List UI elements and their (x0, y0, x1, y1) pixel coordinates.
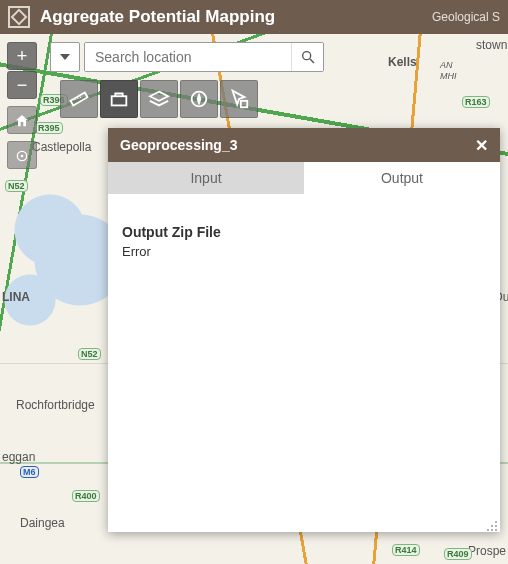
geoprocessing-tool-button[interactable] (100, 80, 138, 118)
app-subtitle: Geological S (432, 10, 500, 24)
svg-point-17 (491, 529, 493, 531)
layers-icon (148, 88, 170, 110)
svg-point-15 (495, 525, 497, 527)
home-icon (14, 113, 30, 129)
svg-point-18 (495, 529, 497, 531)
dialog-body: Output Zip File Error (108, 194, 500, 532)
svg-marker-9 (150, 92, 168, 101)
resize-grip-icon (486, 520, 498, 532)
zoom-in-button[interactable]: + (7, 42, 37, 70)
svg-line-3 (310, 59, 314, 63)
app-header: Aggregate Potential Mapping Geological S (0, 0, 508, 34)
search-box (84, 42, 324, 72)
dialog-title: Geoprocessing_3 (120, 137, 238, 153)
svg-point-2 (302, 52, 310, 60)
basemap-tool-button[interactable] (180, 80, 218, 118)
svg-point-16 (487, 529, 489, 531)
tab-input[interactable]: Input (108, 162, 304, 194)
svg-rect-12 (241, 101, 247, 107)
app-logo-icon (8, 6, 30, 28)
svg-rect-4 (70, 92, 87, 105)
select-tool-button[interactable] (220, 80, 258, 118)
compass-icon (188, 88, 210, 110)
search-icon (300, 49, 316, 65)
search-submit-button[interactable] (291, 43, 323, 71)
target-icon (14, 148, 30, 164)
dialog-close-button[interactable]: ✕ (475, 136, 488, 155)
chevron-down-icon (60, 54, 70, 60)
svg-point-14 (491, 525, 493, 527)
widget-toolbar (60, 80, 258, 118)
search-source-dropdown[interactable] (50, 42, 80, 72)
svg-point-13 (495, 521, 497, 523)
dialog-resize-handle[interactable] (486, 518, 498, 530)
output-field-label: Output Zip File (122, 224, 486, 240)
measure-tool-button[interactable] (60, 80, 98, 118)
tab-output[interactable]: Output (304, 162, 500, 194)
search-input[interactable] (85, 43, 291, 71)
output-field-value: Error (122, 244, 486, 259)
cursor-select-icon (228, 88, 250, 110)
locate-button[interactable] (7, 141, 37, 169)
zoom-out-button[interactable]: − (7, 71, 37, 99)
dialog-tabs: Input Output (108, 162, 500, 194)
svg-rect-8 (112, 96, 127, 105)
svg-point-1 (21, 155, 24, 158)
geoprocessing-dialog: Geoprocessing_3 ✕ Input Output Output Zi… (108, 128, 500, 532)
home-extent-button[interactable] (7, 106, 37, 134)
app-title: Aggregate Potential Mapping (40, 7, 275, 27)
ruler-icon (68, 88, 90, 110)
svg-line-7 (80, 96, 81, 98)
toolbox-icon (108, 88, 130, 110)
svg-marker-11 (197, 94, 201, 105)
layers-tool-button[interactable] (140, 80, 178, 118)
dialog-header[interactable]: Geoprocessing_3 ✕ (108, 128, 500, 162)
